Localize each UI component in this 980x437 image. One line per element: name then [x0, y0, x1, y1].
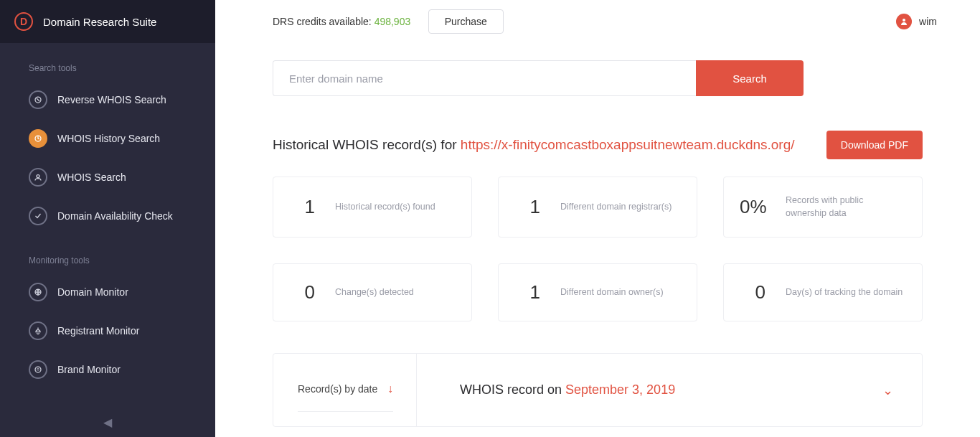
- records-sidebar: Record(s) by date ↓: [273, 354, 417, 426]
- main: DRS credits available: 498,903 Purchase …: [215, 0, 980, 437]
- sidebar-item-label: WHOIS History Search: [57, 133, 160, 144]
- stat-label: Day(s) of tracking the domain: [786, 286, 903, 299]
- history-icon: [29, 129, 47, 148]
- registrant-monitor-icon: [29, 321, 47, 340]
- section-monitoring-tools: Monitoring tools: [0, 235, 215, 273]
- record-title: WHOIS record on September 3, 2019: [460, 382, 675, 398]
- stat-value: 0%: [740, 196, 765, 218]
- stats-grid: 1 Historical record(s) found 1 Different…: [273, 177, 923, 321]
- sidebar-item-domain-availability[interactable]: Domain Availability Check: [0, 197, 215, 235]
- credits-value: 498,903: [374, 16, 411, 27]
- sidebar-item-reverse-whois[interactable]: Reverse WHOIS Search: [0, 80, 215, 119]
- record-prefix: WHOIS record on: [460, 382, 565, 397]
- sort-descending-icon: ↓: [387, 382, 393, 395]
- sidebar-item-label: WHOIS Search: [57, 171, 126, 183]
- stat-historical-records: 1 Historical record(s) found: [273, 177, 472, 238]
- search-row: Search: [273, 60, 923, 96]
- availability-icon: [29, 207, 47, 225]
- content: Search Historical WHOIS record(s) for ht…: [215, 43, 980, 427]
- logo-icon: D: [14, 12, 33, 31]
- stat-label: Different domain registrar(s): [560, 201, 672, 214]
- stat-value: 1: [514, 281, 540, 304]
- records-by-date-label: Record(s) by date: [298, 383, 377, 395]
- reverse-icon: [29, 90, 47, 109]
- sidebar-item-label: Brand Monitor: [57, 364, 121, 375]
- brand-monitor-icon: R: [29, 360, 47, 379]
- sidebar-item-registrant-monitor[interactable]: Registrant Monitor: [0, 311, 215, 350]
- records-sort-button[interactable]: Record(s) by date ↓: [298, 382, 393, 412]
- stat-label: Records with public ownership data: [786, 194, 906, 220]
- stat-value: 0: [740, 281, 765, 304]
- results-title-row: Historical WHOIS record(s) for https://x…: [273, 131, 923, 159]
- sidebar-item-label: Registrant Monitor: [57, 325, 139, 337]
- records-panel: Record(s) by date ↓ WHOIS record on Sept…: [273, 353, 923, 427]
- sidebar-item-label: Domain Availability Check: [57, 210, 173, 222]
- stat-public-ownership: 0% Records with public ownership data: [723, 177, 923, 238]
- domain-search-input[interactable]: [273, 60, 696, 96]
- sidebar-collapse-button[interactable]: ◀: [0, 407, 215, 437]
- sidebar-item-brand-monitor[interactable]: R Brand Monitor: [0, 350, 215, 389]
- record-row[interactable]: WHOIS record on September 3, 2019 ⌄: [417, 354, 922, 426]
- sidebar-item-whois-search[interactable]: WHOIS Search: [0, 158, 215, 197]
- results-title-prefix: Historical WHOIS record(s) for: [273, 137, 461, 152]
- credits-label: DRS credits available:: [273, 16, 374, 27]
- sidebar: D Domain Research Suite Search tools Rev…: [0, 0, 215, 437]
- search-button[interactable]: Search: [696, 60, 804, 96]
- stat-owners: 1 Different domain owner(s): [498, 263, 697, 321]
- section-search-tools: Search tools: [0, 43, 215, 80]
- stat-label: Different domain owner(s): [560, 286, 664, 299]
- user-menu[interactable]: wim: [896, 14, 937, 29]
- chevron-left-icon: ◀: [103, 415, 112, 429]
- sidebar-item-whois-history[interactable]: WHOIS History Search: [0, 119, 215, 158]
- user-name: wim: [919, 16, 937, 27]
- sidebar-item-label: Domain Monitor: [57, 286, 128, 298]
- sidebar-item-label: Reverse WHOIS Search: [57, 94, 166, 105]
- results-title: Historical WHOIS record(s) for https://x…: [273, 137, 795, 153]
- purchase-button[interactable]: Purchase: [428, 9, 504, 34]
- record-date: September 3, 2019: [565, 382, 675, 397]
- svg-point-4: [903, 19, 905, 22]
- svg-point-0: [37, 175, 39, 178]
- whois-icon: [29, 168, 47, 187]
- sidebar-header: D Domain Research Suite: [0, 0, 215, 43]
- brand-name: Domain Research Suite: [43, 16, 156, 28]
- stat-value: 1: [514, 196, 540, 218]
- topbar: DRS credits available: 498,903 Purchase …: [215, 0, 980, 43]
- domain-monitor-icon: [29, 283, 47, 301]
- stat-changes: 0 Change(s) detected: [273, 263, 472, 321]
- stat-value: 0: [289, 281, 315, 304]
- stat-value: 1: [289, 196, 315, 218]
- avatar-icon: [896, 14, 912, 29]
- credits-group: DRS credits available: 498,903 Purchase: [273, 9, 504, 34]
- download-pdf-button[interactable]: Download PDF: [826, 131, 923, 159]
- stat-tracking-days: 0 Day(s) of tracking the domain: [723, 263, 923, 321]
- chevron-down-icon: ⌄: [882, 382, 893, 398]
- sidebar-item-domain-monitor[interactable]: Domain Monitor: [0, 273, 215, 311]
- stat-registrars: 1 Different domain registrar(s): [498, 177, 697, 238]
- stat-label: Historical record(s) found: [335, 201, 435, 214]
- svg-text:R: R: [37, 367, 39, 372]
- results-url: https://x-finitycomcastboxappsuitnewteam…: [461, 137, 795, 152]
- stat-label: Change(s) detected: [335, 286, 414, 299]
